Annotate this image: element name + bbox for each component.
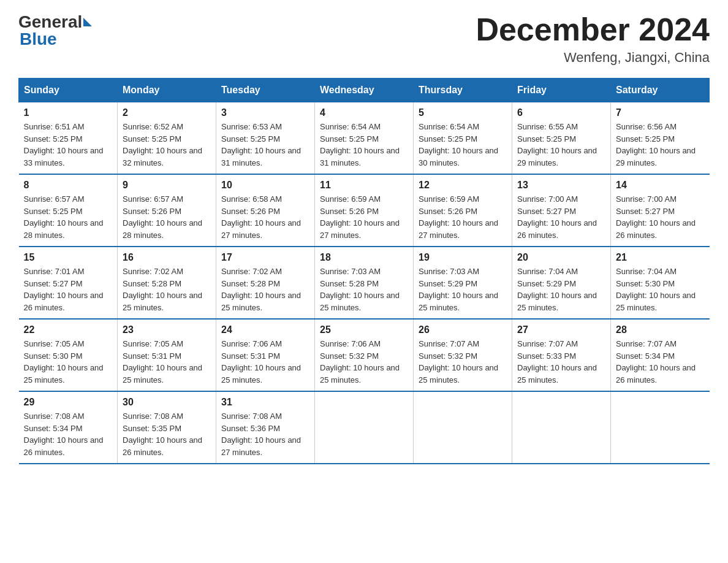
day-number: 24	[221, 324, 309, 335]
day-cell: 3 Sunrise: 6:53 AM Sunset: 5:25 PM Dayli…	[216, 102, 315, 175]
day-info: Sunrise: 7:04 AM Sunset: 5:29 PM Dayligh…	[517, 266, 605, 313]
header-tuesday: Tuesday	[216, 79, 315, 102]
day-number: 3	[221, 107, 309, 118]
day-info: Sunrise: 7:04 AM Sunset: 5:30 PM Dayligh…	[616, 266, 705, 313]
logo-blue-text: Blue	[20, 29, 57, 49]
day-info: Sunrise: 7:01 AM Sunset: 5:27 PM Dayligh…	[24, 266, 113, 313]
logo-arrow-icon	[83, 18, 92, 26]
day-info: Sunrise: 6:53 AM Sunset: 5:25 PM Dayligh…	[221, 121, 309, 169]
header-row: SundayMondayTuesdayWednesdayThursdayFrid…	[19, 79, 710, 102]
day-info: Sunrise: 6:55 AM Sunset: 5:25 PM Dayligh…	[517, 121, 605, 169]
day-number: 18	[320, 252, 408, 263]
day-cell: 26 Sunrise: 7:07 AM Sunset: 5:32 PM Dayl…	[414, 319, 512, 391]
day-number: 20	[517, 252, 605, 263]
day-cell: 15 Sunrise: 7:01 AM Sunset: 5:27 PM Dayl…	[19, 247, 118, 319]
day-cell: 8 Sunrise: 6:57 AM Sunset: 5:25 PM Dayli…	[19, 174, 118, 247]
day-cell: 23 Sunrise: 7:05 AM Sunset: 5:31 PM Dayl…	[118, 319, 216, 391]
day-number: 30	[123, 397, 211, 408]
day-info: Sunrise: 6:54 AM Sunset: 5:25 PM Dayligh…	[320, 121, 408, 169]
day-info: Sunrise: 6:54 AM Sunset: 5:25 PM Dayligh…	[419, 121, 507, 169]
day-number: 16	[123, 252, 211, 263]
day-info: Sunrise: 6:57 AM Sunset: 5:25 PM Dayligh…	[24, 193, 113, 241]
logo: General Blue	[18, 12, 93, 49]
day-cell: 9 Sunrise: 6:57 AM Sunset: 5:26 PM Dayli…	[118, 174, 216, 247]
day-cell: 29 Sunrise: 7:08 AM Sunset: 5:34 PM Dayl…	[19, 391, 118, 464]
day-cell: 1 Sunrise: 6:51 AM Sunset: 5:25 PM Dayli…	[19, 102, 118, 175]
page-header: General Blue December 2024 Wenfeng, Jian…	[18, 12, 710, 66]
day-cell: 14 Sunrise: 7:00 AM Sunset: 5:27 PM Dayl…	[611, 174, 710, 247]
day-cell	[611, 391, 710, 464]
day-cell: 17 Sunrise: 7:02 AM Sunset: 5:28 PM Dayl…	[216, 247, 315, 319]
day-info: Sunrise: 7:05 AM Sunset: 5:30 PM Dayligh…	[24, 338, 113, 386]
day-cell: 25 Sunrise: 7:06 AM Sunset: 5:32 PM Dayl…	[315, 319, 414, 391]
day-number: 28	[616, 324, 705, 335]
day-info: Sunrise: 6:57 AM Sunset: 5:26 PM Dayligh…	[123, 193, 211, 241]
day-number: 6	[517, 107, 605, 118]
day-info: Sunrise: 7:03 AM Sunset: 5:29 PM Dayligh…	[419, 266, 507, 313]
day-cell: 11 Sunrise: 6:59 AM Sunset: 5:26 PM Dayl…	[315, 174, 414, 247]
day-info: Sunrise: 7:06 AM Sunset: 5:32 PM Dayligh…	[320, 338, 408, 386]
month-year-title: December 2024	[476, 12, 710, 47]
day-cell	[315, 391, 414, 464]
header-friday: Friday	[512, 79, 611, 102]
day-cell: 4 Sunrise: 6:54 AM Sunset: 5:25 PM Dayli…	[315, 102, 414, 175]
day-number: 23	[123, 324, 211, 335]
day-number: 9	[123, 180, 211, 191]
day-info: Sunrise: 7:08 AM Sunset: 5:34 PM Dayligh…	[24, 410, 113, 458]
day-info: Sunrise: 6:56 AM Sunset: 5:25 PM Dayligh…	[616, 121, 705, 169]
day-cell: 19 Sunrise: 7:03 AM Sunset: 5:29 PM Dayl…	[414, 247, 512, 319]
day-cell: 6 Sunrise: 6:55 AM Sunset: 5:25 PM Dayli…	[512, 102, 611, 175]
week-row-3: 15 Sunrise: 7:01 AM Sunset: 5:27 PM Dayl…	[19, 247, 710, 319]
day-info: Sunrise: 7:02 AM Sunset: 5:28 PM Dayligh…	[221, 266, 309, 313]
day-number: 10	[221, 180, 309, 191]
day-number: 4	[320, 107, 408, 118]
day-cell: 31 Sunrise: 7:08 AM Sunset: 5:36 PM Dayl…	[216, 391, 315, 464]
day-info: Sunrise: 6:59 AM Sunset: 5:26 PM Dayligh…	[320, 193, 408, 241]
day-number: 22	[24, 324, 113, 335]
header-saturday: Saturday	[611, 79, 710, 102]
day-cell: 30 Sunrise: 7:08 AM Sunset: 5:35 PM Dayl…	[118, 391, 216, 464]
day-number: 27	[517, 324, 605, 335]
day-info: Sunrise: 6:59 AM Sunset: 5:26 PM Dayligh…	[419, 193, 507, 241]
header-monday: Monday	[118, 79, 216, 102]
day-number: 15	[24, 252, 113, 263]
day-number: 19	[419, 252, 507, 263]
header-thursday: Thursday	[414, 79, 512, 102]
day-cell: 5 Sunrise: 6:54 AM Sunset: 5:25 PM Dayli…	[414, 102, 512, 175]
day-number: 31	[221, 397, 309, 408]
week-row-1: 1 Sunrise: 6:51 AM Sunset: 5:25 PM Dayli…	[19, 102, 710, 175]
day-info: Sunrise: 7:07 AM Sunset: 5:32 PM Dayligh…	[419, 338, 507, 386]
day-cell: 16 Sunrise: 7:02 AM Sunset: 5:28 PM Dayl…	[118, 247, 216, 319]
week-row-4: 22 Sunrise: 7:05 AM Sunset: 5:30 PM Dayl…	[19, 319, 710, 391]
day-cell: 27 Sunrise: 7:07 AM Sunset: 5:33 PM Dayl…	[512, 319, 611, 391]
header-sunday: Sunday	[19, 79, 118, 102]
day-info: Sunrise: 7:08 AM Sunset: 5:36 PM Dayligh…	[221, 410, 309, 458]
day-cell: 12 Sunrise: 6:59 AM Sunset: 5:26 PM Dayl…	[414, 174, 512, 247]
day-info: Sunrise: 7:08 AM Sunset: 5:35 PM Dayligh…	[123, 410, 211, 458]
day-cell: 7 Sunrise: 6:56 AM Sunset: 5:25 PM Dayli…	[611, 102, 710, 175]
day-number: 1	[24, 107, 113, 118]
day-number: 17	[221, 252, 309, 263]
day-cell: 13 Sunrise: 7:00 AM Sunset: 5:27 PM Dayl…	[512, 174, 611, 247]
day-cell: 20 Sunrise: 7:04 AM Sunset: 5:29 PM Dayl…	[512, 247, 611, 319]
day-info: Sunrise: 7:05 AM Sunset: 5:31 PM Dayligh…	[123, 338, 211, 386]
day-cell: 28 Sunrise: 7:07 AM Sunset: 5:34 PM Dayl…	[611, 319, 710, 391]
day-cell: 10 Sunrise: 6:58 AM Sunset: 5:26 PM Dayl…	[216, 174, 315, 247]
day-number: 29	[24, 397, 113, 408]
day-info: Sunrise: 7:02 AM Sunset: 5:28 PM Dayligh…	[123, 266, 211, 313]
week-row-2: 8 Sunrise: 6:57 AM Sunset: 5:25 PM Dayli…	[19, 174, 710, 247]
day-info: Sunrise: 7:07 AM Sunset: 5:33 PM Dayligh…	[517, 338, 605, 386]
day-info: Sunrise: 7:03 AM Sunset: 5:28 PM Dayligh…	[320, 266, 408, 313]
day-info: Sunrise: 6:58 AM Sunset: 5:26 PM Dayligh…	[221, 193, 309, 241]
day-cell	[414, 391, 512, 464]
day-cell	[512, 391, 611, 464]
day-info: Sunrise: 6:52 AM Sunset: 5:25 PM Dayligh…	[123, 121, 211, 169]
day-info: Sunrise: 7:00 AM Sunset: 5:27 PM Dayligh…	[616, 193, 705, 241]
day-number: 2	[123, 107, 211, 118]
day-cell: 18 Sunrise: 7:03 AM Sunset: 5:28 PM Dayl…	[315, 247, 414, 319]
location-subtitle: Wenfeng, Jiangxi, China	[476, 50, 710, 66]
day-cell: 24 Sunrise: 7:06 AM Sunset: 5:31 PM Dayl…	[216, 319, 315, 391]
day-number: 11	[320, 180, 408, 191]
day-number: 21	[616, 252, 705, 263]
day-number: 13	[517, 180, 605, 191]
